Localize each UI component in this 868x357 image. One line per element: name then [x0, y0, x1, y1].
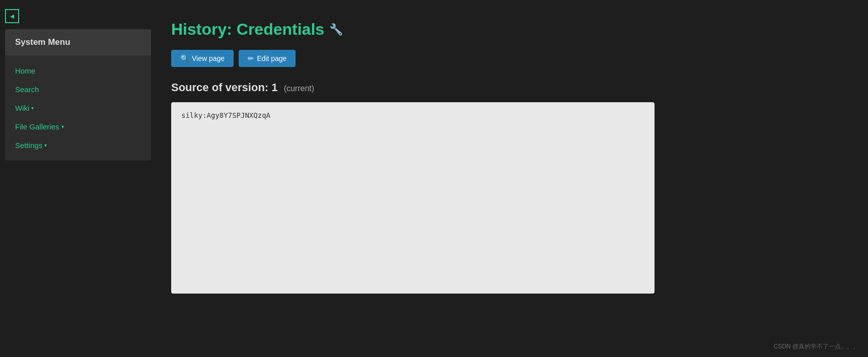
chevron-down-icon-galleries: ▾ — [61, 124, 64, 129]
left-column: ◄ System Menu Home Search Wiki ▾ File Ga… — [0, 0, 156, 357]
edit-page-label: Edit page — [257, 54, 286, 62]
source-content: silky:Agy8Y7SPJNXQzqA — [181, 111, 270, 119]
current-tag: (current) — [284, 84, 314, 93]
sidebar-item-label-wiki: Wiki — [15, 104, 29, 112]
sidebar-item-settings[interactable]: Settings ▾ — [5, 136, 151, 155]
sidebar-item-label-home: Home — [15, 66, 35, 75]
view-page-button[interactable]: 🔍 View page — [171, 50, 234, 67]
page-title-area: History: Credentials 🔧 — [171, 20, 848, 39]
sidebar-item-label-search: Search — [15, 85, 39, 94]
sidebar-item-label-file-galleries: File Galleries — [15, 122, 59, 131]
sidebar-item-label-settings: Settings — [15, 141, 42, 150]
version-heading: Source of version: 1 (current) — [171, 81, 848, 94]
view-page-label: View page — [192, 54, 225, 62]
sidebar: System Menu Home Search Wiki ▾ File Gall… — [5, 29, 151, 161]
sidebar-header: System Menu — [5, 29, 151, 55]
sidebar-item-search[interactable]: Search — [5, 80, 151, 99]
action-buttons: 🔍 View page ✏ Edit page — [171, 50, 848, 67]
sidebar-item-wiki[interactable]: Wiki ▾ — [5, 99, 151, 117]
main-content: History: Credentials 🔧 🔍 View page ✏ Edi… — [156, 0, 868, 357]
page-title: History: Credentials — [171, 20, 324, 39]
wrench-icon: 🔧 — [329, 23, 343, 36]
sidebar-nav: Home Search Wiki ▾ File Galleries ▾ Sett… — [5, 55, 151, 161]
sidebar-item-home[interactable]: Home — [5, 61, 151, 80]
version-heading-text: Source of version: 1 — [171, 81, 278, 94]
edit-icon: ✏ — [248, 54, 254, 62]
chevron-down-icon: ▾ — [31, 105, 34, 111]
chevron-down-icon-settings: ▾ — [44, 142, 47, 148]
source-box: silky:Agy8Y7SPJNXQzqA — [171, 102, 655, 294]
watermark: CSDN @真的学不了一点。。。 — [773, 342, 859, 351]
sidebar-item-file-galleries[interactable]: File Galleries ▾ — [5, 117, 151, 136]
view-icon: 🔍 — [180, 54, 189, 62]
app-container: ◄ System Menu Home Search Wiki ▾ File Ga… — [0, 0, 868, 357]
collapse-button[interactable]: ◄ — [5, 9, 19, 23]
edit-page-button[interactable]: ✏ Edit page — [239, 50, 296, 67]
